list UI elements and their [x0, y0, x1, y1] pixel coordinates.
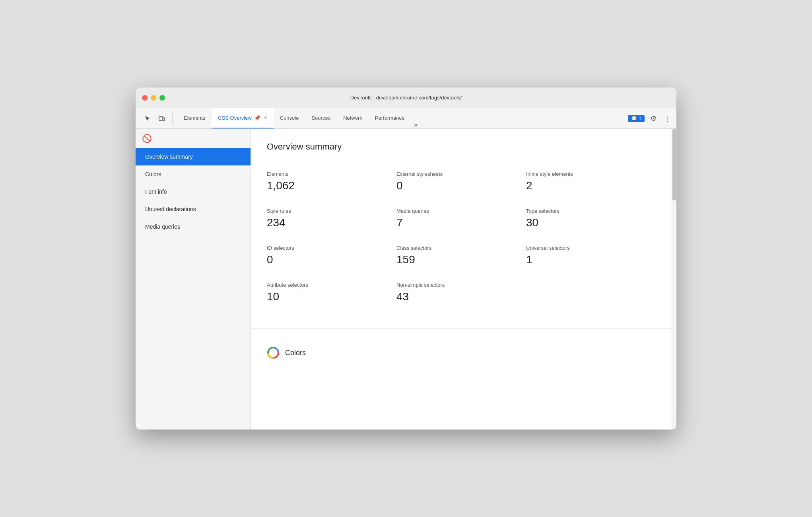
tab-console[interactable]: Console [274, 108, 305, 128]
tab-divider [172, 112, 173, 125]
stat-label-external-stylesheets: External stylesheets [396, 171, 526, 177]
stat-media-queries: Media queries 7 [396, 202, 526, 239]
sidebar-item-unused-declarations[interactable]: Unused declarations [136, 200, 251, 218]
sidebar-item-overview-summary[interactable]: Overview summary [136, 148, 251, 165]
stat-value-inline-style-elements: 2 [526, 179, 656, 192]
close-button[interactable] [142, 95, 148, 101]
devtools-window: DevTools - developer.chrome.com/tags/dev… [136, 87, 676, 430]
stat-value-universal-selectors: 1 [526, 253, 656, 266]
stat-value-id-selectors: 0 [267, 253, 396, 266]
stat-class-selectors: Class selectors 159 [396, 239, 526, 276]
chat-count: 1 [639, 116, 641, 121]
more-options-button[interactable]: ⋮ [662, 113, 673, 124]
stats-grid: Elements 1,062 External stylesheets 0 In… [267, 165, 656, 313]
maximize-button[interactable] [159, 95, 165, 101]
stat-type-selectors: Type selectors 30 [526, 202, 656, 239]
stat-label-style-rules: Style rules [267, 208, 396, 214]
cursor-icon[interactable] [142, 113, 153, 124]
tab-css-overview[interactable]: CSS Overview 📌 ✕ [212, 108, 274, 128]
sidebar-item-colors[interactable]: Colors [136, 165, 251, 183]
title-bar: DevTools - developer.chrome.com/tags/dev… [136, 87, 676, 108]
stat-value-non-simple-selectors: 43 [396, 290, 526, 303]
stat-label-id-selectors: ID selectors [267, 245, 396, 251]
stat-value-media-queries: 7 [396, 216, 526, 229]
tabs-list: Elements CSS Overview 📌 ✕ Console Source… [177, 108, 421, 128]
pin-icon: 📌 [254, 115, 260, 121]
tab-close-icon[interactable]: ✕ [264, 115, 267, 121]
stat-label-type-selectors: Type selectors [526, 208, 656, 214]
tab-bar-right: 💬 1 ⚙ ⋮ [628, 113, 673, 124]
stat-non-simple-selectors: Non-simple selectors 43 [396, 276, 526, 313]
colors-section: Colors [251, 338, 672, 367]
stat-value-external-stylesheets: 0 [396, 179, 526, 192]
stat-value-attribute-selectors: 10 [267, 290, 396, 303]
stat-value-elements: 1,062 [267, 179, 396, 192]
settings-button[interactable]: ⚙ [648, 113, 659, 124]
chat-icon: 💬 [631, 116, 637, 121]
page-title: Overview summary [267, 142, 656, 152]
tab-network[interactable]: Network [337, 108, 369, 128]
colors-section-title: Colors [285, 349, 306, 357]
stat-label-media-queries: Media queries [396, 208, 526, 214]
stat-universal-selectors: Universal selectors 1 [526, 239, 656, 276]
stat-value-type-selectors: 30 [526, 216, 656, 229]
stat-label-universal-selectors: Universal selectors [526, 245, 656, 251]
traffic-lights [142, 95, 165, 101]
sidebar-item-font-info[interactable]: Font info [136, 183, 251, 200]
devtools-icons [139, 112, 177, 125]
minimize-button[interactable] [151, 95, 156, 101]
chat-badge[interactable]: 💬 1 [628, 115, 645, 122]
more-tabs-button[interactable]: » [411, 121, 421, 128]
sidebar-top: 🚫 [136, 129, 251, 148]
content-inner: Overview summary Elements 1,062 External… [251, 129, 672, 325]
stat-attribute-selectors: Attribute selectors 10 [267, 276, 396, 313]
google-ring-icon [267, 346, 280, 359]
tab-performance[interactable]: Performance [369, 108, 411, 128]
stat-value-class-selectors: 159 [396, 253, 526, 266]
svg-rect-0 [159, 117, 163, 121]
section-divider [251, 328, 672, 329]
main-content: 🚫 Overview summary Colors Font info Unus… [136, 129, 676, 430]
stat-id-selectors: ID selectors 0 [267, 239, 396, 276]
tab-sources[interactable]: Sources [305, 108, 337, 128]
content-area: Overview summary Elements 1,062 External… [251, 129, 672, 430]
stat-label-elements: Elements [267, 171, 396, 177]
stat-label-inline-style-elements: Inline style elements [526, 171, 656, 177]
svg-rect-1 [163, 118, 165, 121]
stat-label-non-simple-selectors: Non-simple selectors [396, 282, 526, 288]
stat-style-rules: Style rules 234 [267, 202, 396, 239]
scrollbar[interactable] [672, 129, 676, 430]
sidebar: 🚫 Overview summary Colors Font info Unus… [136, 129, 251, 430]
stat-external-stylesheets: External stylesheets 0 [396, 165, 526, 202]
tab-bar: Elements CSS Overview 📌 ✕ Console Source… [136, 108, 676, 129]
stat-label-attribute-selectors: Attribute selectors [267, 282, 396, 288]
device-toggle-icon[interactable] [156, 113, 167, 124]
stat-value-style-rules: 234 [267, 216, 396, 229]
stat-label-class-selectors: Class selectors [396, 245, 526, 251]
stat-elements: Elements 1,062 [267, 165, 396, 202]
sidebar-item-media-queries[interactable]: Media queries [136, 218, 251, 235]
stat-placeholder [526, 276, 656, 313]
tab-elements[interactable]: Elements [177, 108, 212, 128]
block-icon: 🚫 [142, 134, 152, 143]
stat-inline-style-elements: Inline style elements 2 [526, 165, 656, 202]
window-title: DevTools - developer.chrome.com/tags/dev… [350, 95, 462, 101]
